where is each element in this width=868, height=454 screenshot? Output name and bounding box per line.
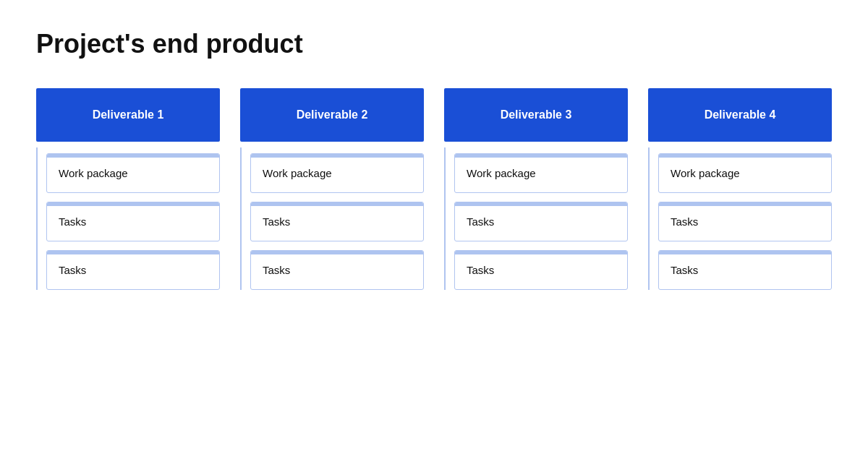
- deliverable-3-item-0: Work package: [454, 153, 628, 193]
- deliverable-1-header: Deliverable 1: [36, 88, 220, 142]
- deliverable-3-items: Work packageTasksTasks: [444, 147, 628, 290]
- deliverable-1-item-0: Work package: [46, 153, 220, 193]
- deliverable-4-item-0: Work package: [658, 153, 832, 193]
- deliverable-2-items: Work packageTasksTasks: [240, 147, 424, 290]
- deliverables-row: Deliverable 1Work packageTasksTasksDeliv…: [36, 88, 832, 290]
- deliverable-3-item-1: Tasks: [454, 202, 628, 241]
- deliverable-3: Deliverable 3Work packageTasksTasks: [444, 88, 628, 290]
- deliverable-3-item-2: Tasks: [454, 250, 628, 290]
- deliverable-4: Deliverable 4Work packageTasksTasks: [648, 88, 832, 290]
- deliverable-4-header: Deliverable 4: [648, 88, 832, 142]
- deliverable-4-item-1: Tasks: [658, 202, 832, 241]
- deliverable-1-item-1: Tasks: [46, 202, 220, 241]
- deliverable-2-item-1: Tasks: [250, 202, 424, 241]
- deliverable-1: Deliverable 1Work packageTasksTasks: [36, 88, 220, 290]
- page-container: Project's end product Deliverable 1Work …: [0, 0, 868, 319]
- deliverable-2: Deliverable 2Work packageTasksTasks: [240, 88, 424, 290]
- deliverable-2-item-0: Work package: [250, 153, 424, 193]
- deliverable-1-items: Work packageTasksTasks: [36, 147, 220, 290]
- deliverable-4-items: Work packageTasksTasks: [648, 147, 832, 290]
- deliverable-1-item-2: Tasks: [46, 250, 220, 290]
- deliverable-2-header: Deliverable 2: [240, 88, 424, 142]
- deliverable-2-item-2: Tasks: [250, 250, 424, 290]
- deliverable-3-header: Deliverable 3: [444, 88, 628, 142]
- deliverable-4-item-2: Tasks: [658, 250, 832, 290]
- page-title: Project's end product: [36, 29, 832, 59]
